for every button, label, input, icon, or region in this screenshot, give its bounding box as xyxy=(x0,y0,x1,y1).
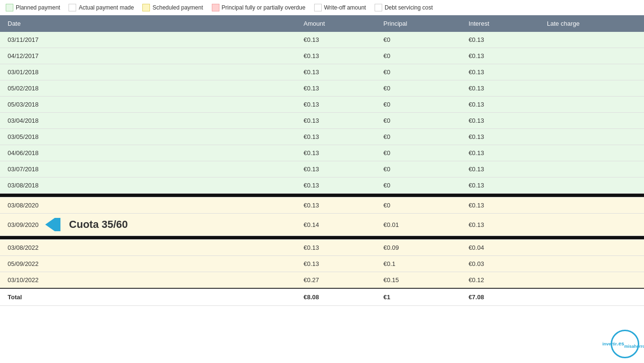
legend-label: Debt servicing cost xyxy=(385,4,433,11)
cell-date: 03/08/2022 xyxy=(0,240,296,256)
cell-late xyxy=(539,32,644,48)
column-header: Amount xyxy=(296,15,376,32)
table-row: 05/02/2018€0.13€0€0.13 xyxy=(0,80,644,97)
cell-late xyxy=(539,80,644,97)
legend-label: Planned payment xyxy=(16,4,60,11)
legend-label: Principal fully or partially overdue xyxy=(222,4,306,11)
cell-amount: €0.13 xyxy=(296,32,376,48)
cell-amount: €0.13 xyxy=(296,161,376,177)
column-header: Interest xyxy=(461,15,539,32)
cell-late xyxy=(539,240,644,256)
cell-interest: €0.13 xyxy=(461,177,539,194)
separator-row xyxy=(0,236,644,240)
cell-interest: €0.13 xyxy=(461,48,539,64)
cell-amount: €0.13 xyxy=(296,177,376,194)
cell-date: 03/07/2018 xyxy=(0,161,296,177)
cell-amount: €0.13 xyxy=(296,113,376,129)
cell-date: 03/08/2018 xyxy=(0,177,296,194)
cell-late xyxy=(539,129,644,145)
cell-date: 03/08/2020 xyxy=(0,197,296,214)
cell-principal: €0.15 xyxy=(376,272,461,289)
cell-amount: €0.27 xyxy=(296,272,376,289)
legend-item: Actual payment made xyxy=(69,4,134,11)
legend-color-box xyxy=(314,4,322,11)
cell-amount: €0.13 xyxy=(296,129,376,145)
cell-date: 03/10/2022 xyxy=(0,272,296,289)
table-row: 03/01/2018€0.13€0€0.13 xyxy=(0,64,644,80)
date-text: 03/09/2020 xyxy=(8,221,39,228)
cell-principal: €0 xyxy=(376,97,461,113)
table-row: 05/09/2022€0.13€0.1€0.03 xyxy=(0,256,644,272)
cell-late xyxy=(539,177,644,194)
cell-interest: €0.13 xyxy=(461,97,539,113)
total-amount: €8.08 xyxy=(296,288,376,306)
legend-color-box xyxy=(375,4,382,11)
legend-label: Scheduled payment xyxy=(152,4,203,11)
cell-late xyxy=(539,97,644,113)
legend-item: Debt servicing cost xyxy=(375,4,433,11)
cell-interest: €0.13 xyxy=(461,32,539,48)
legend-item: Planned payment xyxy=(6,4,60,11)
cell-amount: €0.13 xyxy=(296,48,376,64)
cell-date: 03/09/2020 Cuota 35/60 xyxy=(0,214,296,236)
cell-late xyxy=(539,256,644,272)
cell-interest: €0.12 xyxy=(461,272,539,289)
cell-interest: €0.13 xyxy=(461,129,539,145)
legend-item: Principal fully or partially overdue xyxy=(212,4,306,11)
cell-late xyxy=(539,161,644,177)
cell-principal: €0 xyxy=(376,32,461,48)
cuota-row: 03/09/2020 Cuota 35/60 €0.14€0.01€0.13 xyxy=(0,214,644,236)
table-row: 04/06/2018€0.13€0€0.13 xyxy=(0,145,644,161)
cell-date: 03/04/2018 xyxy=(0,113,296,129)
table-row: 03/08/2020€0.13€0€0.13 xyxy=(0,197,644,214)
legend: Planned paymentActual payment madeSchedu… xyxy=(0,0,644,15)
cell-amount: €0.13 xyxy=(296,64,376,80)
table-row: 03/10/2022€0.27€0.15€0.12 xyxy=(0,272,644,289)
cell-date: 03/11/2017 xyxy=(0,32,296,48)
cell-date: 03/01/2018 xyxy=(0,64,296,80)
cell-date: 05/09/2022 xyxy=(0,256,296,272)
cell-principal: €0 xyxy=(376,64,461,80)
cell-principal: €0.1 xyxy=(376,256,461,272)
cell-date: 05/02/2018 xyxy=(0,80,296,97)
cell-late xyxy=(539,214,644,236)
cell-late xyxy=(539,272,644,289)
cell-interest: €0.13 xyxy=(461,80,539,97)
table-row: 03/07/2018€0.13€0€0.13 xyxy=(0,161,644,177)
cell-interest: €0.13 xyxy=(461,64,539,80)
cell-interest: €0.03 xyxy=(461,256,539,272)
separator-cell xyxy=(0,194,644,197)
cell-principal: €0 xyxy=(376,161,461,177)
legend-item: Write-off amount xyxy=(314,4,366,11)
cell-date: 04/06/2018 xyxy=(0,145,296,161)
table-row: 03/08/2022€0.13€0.09€0.04 xyxy=(0,240,644,256)
cell-late xyxy=(539,64,644,80)
total-principal: €1 xyxy=(376,288,461,306)
table-row: 03/08/2018€0.13€0€0.13 xyxy=(0,177,644,194)
cell-principal: €0.01 xyxy=(376,214,461,236)
cell-amount: €0.13 xyxy=(296,97,376,113)
table-row: 04/12/2017€0.13€0€0.13 xyxy=(0,48,644,64)
cell-interest: €0.04 xyxy=(461,240,539,256)
column-header: Date xyxy=(0,15,296,32)
cell-date: 04/12/2017 xyxy=(0,48,296,64)
cell-principal: €0 xyxy=(376,48,461,64)
column-header: Late charge xyxy=(539,15,644,32)
total-interest: €7.08 xyxy=(461,288,539,306)
table-row: 03/11/2017€0.13€0€0.13 xyxy=(0,32,644,48)
column-header: Principal xyxy=(376,15,461,32)
legend-label: Actual payment made xyxy=(79,4,134,11)
cell-principal: €0 xyxy=(376,145,461,161)
cell-amount: €0.13 xyxy=(296,240,376,256)
cell-amount: €0.13 xyxy=(296,197,376,214)
cell-interest: €0.13 xyxy=(461,214,539,236)
arrow-icon xyxy=(45,218,60,231)
cell-amount: €0.13 xyxy=(296,256,376,272)
cell-late xyxy=(539,48,644,64)
cell-interest: €0.13 xyxy=(461,113,539,129)
cell-date: 05/03/2018 xyxy=(0,97,296,113)
cell-principal: €0 xyxy=(376,197,461,214)
cell-interest: €0.13 xyxy=(461,197,539,214)
cell-interest: €0.13 xyxy=(461,145,539,161)
legend-item: Scheduled payment xyxy=(142,4,203,11)
